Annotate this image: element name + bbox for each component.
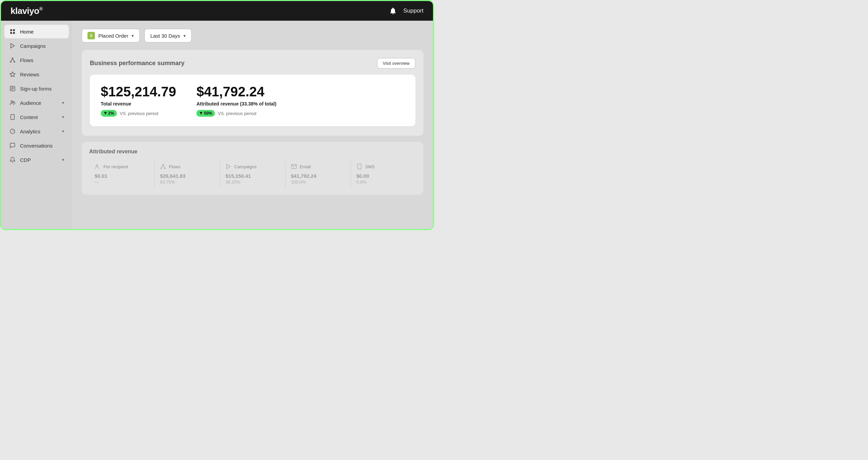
total-revenue-badge: 2% [101, 110, 117, 117]
content-icon [9, 114, 16, 120]
svg-point-19 [96, 165, 98, 166]
chevron-down-icon: ▾ [132, 33, 134, 38]
attributed-revenue-label: Attributed revenue (33.38% of total) [196, 101, 276, 107]
chevron-down-icon: ▾ [62, 157, 64, 162]
sidebar-item-label: Analytics [20, 129, 40, 134]
attr-col-sms-pct: 0.0% [356, 179, 411, 185]
total-revenue-change-text: VS. previous period [120, 111, 158, 116]
svg-rect-2 [10, 32, 12, 34]
attr-col-email-header: Email [291, 164, 345, 170]
svg-point-20 [163, 164, 164, 165]
metrics-white-card: $125,214.79 Total revenue 2% VS. previou… [90, 75, 415, 126]
forms-icon [9, 85, 16, 92]
support-link[interactable]: Support [403, 7, 423, 14]
attr-col-campaigns-header: Campaigns [225, 164, 280, 170]
event-filter-button[interactable]: S Placed Order ▾ [82, 29, 140, 42]
svg-rect-0 [10, 29, 12, 31]
period-filter-label: Last 30 Days [150, 33, 180, 39]
sidebar-item-label: Campaigns [20, 43, 46, 49]
attributed-revenue-section: Attributed revenue Per recipient $0.01 — [82, 142, 423, 195]
attr-col-sms-label: SMS [365, 164, 375, 169]
attr-col-campaigns: Campaigns $15,150.41 36.25% [220, 160, 285, 188]
sidebar-item-cdp[interactable]: CDP ▾ [4, 153, 69, 167]
cdp-icon [9, 156, 16, 163]
visit-overview-button[interactable]: Visit overview [377, 58, 415, 69]
total-revenue-block: $125,214.79 Total revenue 2% VS. previou… [101, 84, 176, 117]
svg-rect-27 [358, 164, 361, 169]
svg-line-9 [13, 59, 14, 61]
attr-col-email-value: $41,792.24 [291, 173, 345, 179]
svg-point-7 [14, 61, 15, 62]
total-revenue-change: 2% VS. previous period [101, 110, 176, 117]
total-revenue-value: $125,214.79 [101, 84, 176, 99]
perf-card-header: Business performance summary Visit overv… [90, 58, 415, 69]
sidebar-item-flows[interactable]: Flows [4, 53, 69, 67]
sidebar-item-content[interactable]: Content ▾ [4, 110, 69, 124]
svg-rect-1 [13, 29, 15, 31]
attributed-revenue-badge: 50% [196, 110, 215, 117]
perf-card-title: Business performance summary [90, 60, 184, 67]
attr-col-email: Email $41,792.24 100.0% [285, 160, 351, 188]
svg-point-15 [11, 101, 13, 102]
sidebar-item-reviews[interactable]: Reviews [4, 68, 69, 81]
period-filter-button[interactable]: Last 30 Days ▾ [144, 29, 192, 42]
sidebar-item-label: Content [20, 114, 38, 120]
svg-point-22 [164, 168, 165, 169]
shopify-icon: S [87, 32, 95, 39]
conversations-icon [9, 142, 16, 149]
attr-col-per-recipient: Per recipient $0.01 — [89, 160, 155, 188]
sidebar-item-label: Flows [20, 57, 33, 63]
attr-col-per-recipient-value: $0.01 [95, 173, 149, 179]
home-icon [9, 28, 16, 35]
svg-point-5 [12, 58, 13, 59]
attributed-revenue-value: $41,792.24 [196, 84, 276, 99]
svg-line-8 [11, 59, 13, 61]
sidebar-item-campaigns[interactable]: Campaigns [4, 39, 69, 53]
attr-col-sms-header: SMS [356, 164, 411, 170]
chevron-down-icon: ▾ [62, 129, 64, 134]
attributed-revenue-change-text: VS. previous period [218, 111, 256, 116]
sidebar: Home Campaigns Flows [1, 21, 72, 229]
sidebar-item-label: CDP [20, 157, 31, 163]
campaigns-icon [9, 42, 16, 49]
logo: klaviyo® [11, 6, 43, 16]
svg-marker-4 [11, 43, 15, 48]
svg-marker-25 [227, 164, 231, 169]
attributed-revenue-grid: Per recipient $0.01 — Flows [89, 160, 416, 188]
event-filter-label: Placed Order [98, 33, 128, 39]
filter-row: S Placed Order ▾ Last 30 Days ▾ [82, 29, 423, 42]
attr-col-flows-label: Flows [169, 164, 180, 169]
svg-marker-10 [10, 72, 15, 77]
attr-col-flows-value: $26,641.83 [160, 173, 214, 179]
sidebar-item-audience[interactable]: Audience ▾ [4, 96, 69, 110]
attr-col-flows: Flows $26,641.83 63.75% [155, 160, 220, 188]
total-revenue-label: Total revenue [101, 101, 176, 107]
reviews-icon [9, 71, 16, 78]
navbar-right: Support [389, 7, 423, 15]
flows-icon [9, 57, 16, 63]
audience-icon [9, 99, 16, 106]
navbar: klaviyo® Support [1, 1, 433, 21]
chevron-down-icon: ▾ [183, 33, 186, 38]
main-content: S Placed Order ▾ Last 30 Days ▾ Business… [72, 21, 433, 229]
attr-col-per-recipient-header: Per recipient [95, 164, 149, 170]
sidebar-item-signup-forms[interactable]: Sign-up forms [4, 82, 69, 95]
svg-point-6 [10, 61, 11, 62]
attr-col-email-label: Email [300, 164, 311, 169]
sidebar-item-label: Conversations [20, 143, 53, 149]
attr-col-per-recipient-label: Per recipient [103, 164, 128, 169]
notification-bell-icon[interactable] [389, 7, 397, 15]
sidebar-item-home[interactable]: Home [4, 25, 69, 38]
sidebar-item-label: Sign-up forms [20, 86, 52, 92]
svg-rect-17 [11, 115, 15, 120]
svg-line-24 [163, 165, 165, 168]
analytics-icon [9, 128, 16, 135]
svg-rect-3 [13, 32, 15, 34]
attr-col-campaigns-pct: 36.25% [225, 179, 280, 185]
attributed-revenue-breakdown-title: Attributed revenue [89, 149, 416, 155]
sidebar-item-analytics[interactable]: Analytics ▾ [4, 124, 69, 138]
sidebar-item-conversations[interactable]: Conversations [4, 139, 69, 152]
sidebar-item-label: Reviews [20, 72, 39, 77]
attr-col-campaigns-label: Campaigns [234, 164, 257, 169]
performance-summary-card: Business performance summary Visit overv… [82, 50, 423, 136]
